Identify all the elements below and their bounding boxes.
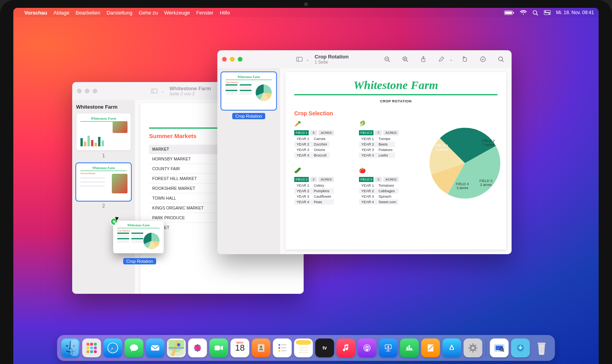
menu-item[interactable]: Gehe zu [138,10,158,16]
dock-app-facetime[interactable] [209,339,228,357]
traffic-lights [222,57,242,62]
fullscreen-button[interactable] [238,57,242,62]
dock-app-keynote[interactable] [379,339,398,357]
veg-icon: 🥕 [294,120,347,127]
traffic-lights [77,89,97,93]
drag-preview-thumbnail: + Whitestone FarmCrop Selection [113,220,164,253]
dock-app-podcasts[interactable] [358,339,377,357]
menubar: Vorschau Ablage Bearbeiten Darstellung G… [13,8,599,17]
svg-point-86 [472,346,475,349]
dock-app-mail[interactable] [146,339,165,357]
dock-app-calendar[interactable]: NOV 18 [231,339,250,357]
menu-item[interactable]: Darstellung [107,10,133,16]
minimize-button[interactable] [85,89,89,93]
menu-item[interactable]: Hilfe [220,10,230,16]
chevron-down-icon[interactable]: ⌄ [450,57,453,62]
control-center-icon[interactable] [544,10,551,15]
page-thumbnail-2[interactable]: Whitestone FarmSummer Markets [76,163,131,201]
thumbnail-sidebar[interactable]: Whitestone FarmCrop Selection Crop Rotat… [217,68,280,254]
thumbnail-sidebar[interactable]: Whitestone Farm Whitestone Farm [72,100,135,294]
svg-rect-9 [151,89,157,93]
svg-point-72 [366,347,368,348]
dock-app-pages[interactable] [421,339,440,357]
svg-rect-77 [386,346,388,348]
chevron-down-icon[interactable]: ⌄ [306,57,309,62]
dock-trash[interactable] [532,339,551,357]
close-button[interactable] [222,57,227,62]
document-viewport[interactable]: Whitestone Farm CROP ROTATION Crop Selec… [280,68,512,254]
svg-rect-32 [87,343,89,346]
svg-point-61 [279,347,280,349]
svg-rect-64 [281,350,287,351]
dock-app-launchpad[interactable] [82,339,101,357]
svg-point-29 [66,345,68,347]
field-block: 🥕FIELD 15ACRESYEAR 1CarrotsYEAR 2Zucchin… [294,120,347,159]
battery-icon[interactable] [504,10,514,15]
rotate-button[interactable] [459,55,471,64]
dock-app-finder[interactable] [61,339,80,357]
dock-app-appstore[interactable] [443,339,461,357]
dock-app-tv[interactable]: tv [315,339,334,357]
menu-item[interactable]: Bearbeiten [76,10,100,16]
field-block: 🍅FIELD 43ACRESYEAR 1TomatoesYEAR 2Cabbag… [359,167,412,206]
field-block: 🥒FIELD 32ACRESYEAR 1CeleryYEAR 2Pumpkins… [294,167,347,206]
dock-app-safari[interactable] [104,339,122,357]
svg-line-91 [470,345,471,346]
window-title: Crop Rotation [315,54,349,60]
svg-rect-37 [94,347,97,349]
svg-rect-100 [538,343,546,344]
svg-rect-38 [87,350,89,353]
veg-icon: 🥬 [359,120,412,127]
markup-button[interactable] [435,55,447,64]
fullscreen-button[interactable] [93,89,97,93]
svg-point-7 [545,11,546,12]
svg-line-20 [406,60,408,62]
close-button[interactable] [77,89,82,93]
veg-icon: 🥒 [294,167,347,173]
dock[interactable]: NOV 18 tv [57,335,555,361]
highlight-button[interactable] [477,55,489,64]
zoom-out-button[interactable] [381,55,393,64]
dock-app-reminders[interactable] [273,339,292,357]
svg-line-94 [475,345,476,346]
dock-app-preview[interactable] [490,339,509,357]
field-block: 🥬FIELD 27ACRESYEAR 1TurnipsYEAR 2BeetsYE… [359,120,412,159]
svg-point-47 [177,343,180,346]
svg-rect-66 [296,340,311,345]
menubar-clock[interactable]: Mi. 18. Nov. 09:41 [556,10,594,15]
titlebar[interactable]: ⌄ Crop Rotation 1 Seite ⌄ [217,50,512,68]
dock-app-music[interactable] [337,339,355,357]
dock-app-messages[interactable] [125,339,144,357]
menu-item[interactable]: Werkzeuge [164,10,190,16]
spotlight-icon[interactable] [532,10,538,16]
dock-app-numbers[interactable] [400,339,419,357]
dock-app-notes[interactable] [294,339,313,357]
menu-item[interactable]: Fenster [196,10,213,16]
dock-app-contacts[interactable] [252,339,271,357]
svg-rect-23 [463,58,467,61]
dock-folder-downloads[interactable] [511,339,530,357]
preview-window-crop-rotation[interactable]: ⌄ Crop Rotation 1 Seite ⌄ [217,50,512,254]
zoom-in-button[interactable] [399,55,411,64]
dock-app-maps[interactable] [167,339,186,357]
svg-rect-31 [71,340,79,356]
wifi-icon[interactable] [520,10,527,15]
svg-point-59 [279,344,280,346]
screen: Vorschau Ablage Bearbeiten Darstellung G… [13,8,599,364]
menu-item[interactable]: Ablage [53,10,69,16]
doc-subhead: CROP ROTATION [294,99,497,103]
svg-rect-81 [408,345,410,349]
dock-app-settings[interactable] [464,339,483,357]
share-button[interactable] [417,55,429,64]
minimize-button[interactable] [230,57,235,62]
svg-rect-1 [505,11,512,14]
app-name[interactable]: Vorschau [24,10,47,16]
camera-notch [304,2,308,6]
sidebar-toggle-button[interactable] [148,86,160,96]
page-thumbnail-1[interactable]: Whitestone FarmCrop Selection [221,72,276,110]
dock-app-photos[interactable] [188,339,207,357]
chevron-down-icon[interactable]: ⌄ [161,89,164,93]
page-thumbnail-1[interactable]: Whitestone Farm [76,113,131,151]
search-button[interactable] [495,55,507,64]
sidebar-toggle-button[interactable] [293,55,305,64]
